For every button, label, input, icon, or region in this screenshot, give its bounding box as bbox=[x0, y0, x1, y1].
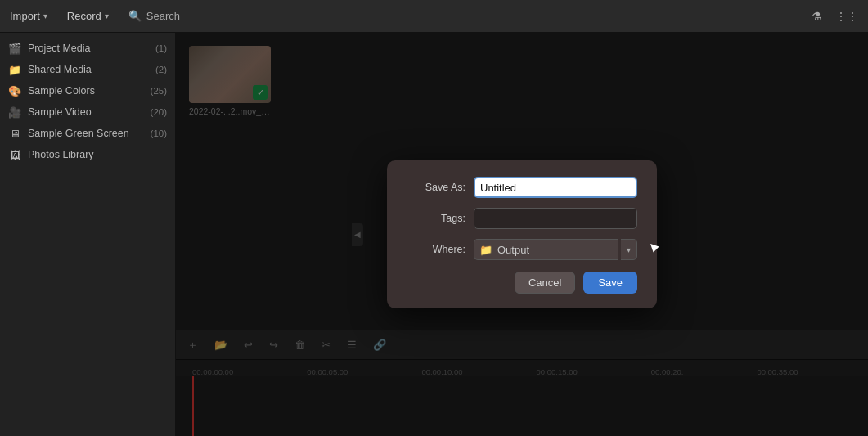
import-chevron-icon: ▾ bbox=[43, 11, 47, 20]
where-row: Where: 📁 Output ▾ bbox=[407, 239, 637, 260]
record-chevron-icon: ▾ bbox=[105, 11, 109, 20]
sample-colors-icon: 🎨 bbox=[8, 84, 21, 97]
tags-label: Tags: bbox=[407, 213, 465, 224]
filename-input[interactable] bbox=[474, 177, 637, 198]
sidebar-item-project-media[interactable]: 🎬 Project Media (1) bbox=[0, 38, 175, 59]
save-dialog: Save As: Tags: Where: 📁 Output bbox=[387, 160, 657, 308]
where-label: Where: bbox=[407, 244, 465, 255]
project-media-icon: 🎬 bbox=[8, 42, 21, 55]
save-button[interactable]: Save bbox=[583, 272, 637, 294]
modal-overlay: Save As: Tags: Where: 📁 Output bbox=[176, 33, 868, 436]
save-as-label: Save As: bbox=[407, 182, 465, 193]
cancel-button[interactable]: Cancel bbox=[515, 272, 575, 294]
sidebar: 🎬 Project Media (1) 📁 Shared Media (2) 🎨… bbox=[0, 33, 176, 436]
folder-select-row: 📁 Output ▾ bbox=[474, 239, 637, 260]
sidebar-item-sample-green-screen[interactable]: 🖥 Sample Green Screen (10) bbox=[0, 123, 175, 144]
tags-input[interactable] bbox=[474, 208, 637, 229]
shared-media-icon: 📁 bbox=[8, 63, 21, 76]
import-button[interactable]: Import ▾ bbox=[10, 10, 47, 22]
folder-selector[interactable]: 📁 Output bbox=[474, 239, 618, 260]
sample-video-icon: 🎥 bbox=[8, 106, 21, 119]
sidebar-item-shared-media[interactable]: 📁 Shared Media (2) bbox=[0, 59, 175, 80]
photos-library-icon: 🖼 bbox=[8, 148, 21, 161]
search-icon: 🔍 bbox=[128, 10, 142, 22]
folder-icon: 📁 bbox=[479, 244, 492, 256]
filter-icon[interactable]: ⚗ bbox=[812, 10, 822, 23]
grid-icon[interactable]: ⋮⋮ bbox=[835, 10, 858, 23]
main-layout: 🎬 Project Media (1) 📁 Shared Media (2) 🎨… bbox=[0, 33, 868, 436]
record-button[interactable]: Record ▾ bbox=[67, 10, 109, 22]
top-bar: Import ▾ Record ▾ 🔍 Search ⚗ ⋮⋮ bbox=[0, 0, 868, 33]
green-screen-icon: 🖥 bbox=[8, 127, 21, 140]
folder-chevron-button[interactable]: ▾ bbox=[621, 239, 637, 260]
search-area[interactable]: 🔍 Search bbox=[128, 10, 180, 22]
modal-buttons: Cancel Save bbox=[407, 272, 637, 294]
sidebar-item-sample-video[interactable]: 🎥 Sample Video (20) bbox=[0, 101, 175, 123]
sidebar-item-sample-colors[interactable]: 🎨 Sample Colors (25) bbox=[0, 80, 175, 101]
sidebar-item-photos-library[interactable]: 🖼 Photos Library bbox=[0, 144, 175, 165]
save-as-row: Save As: bbox=[407, 177, 637, 198]
tags-row: Tags: bbox=[407, 208, 637, 229]
content-area: ◀ ✓ 2022-02-...2:.mov_2_0 ＋ 📂 ↩ ↪ 🗑 ✂ ☰ bbox=[176, 33, 868, 436]
top-bar-right: ⚗ ⋮⋮ bbox=[812, 10, 858, 23]
